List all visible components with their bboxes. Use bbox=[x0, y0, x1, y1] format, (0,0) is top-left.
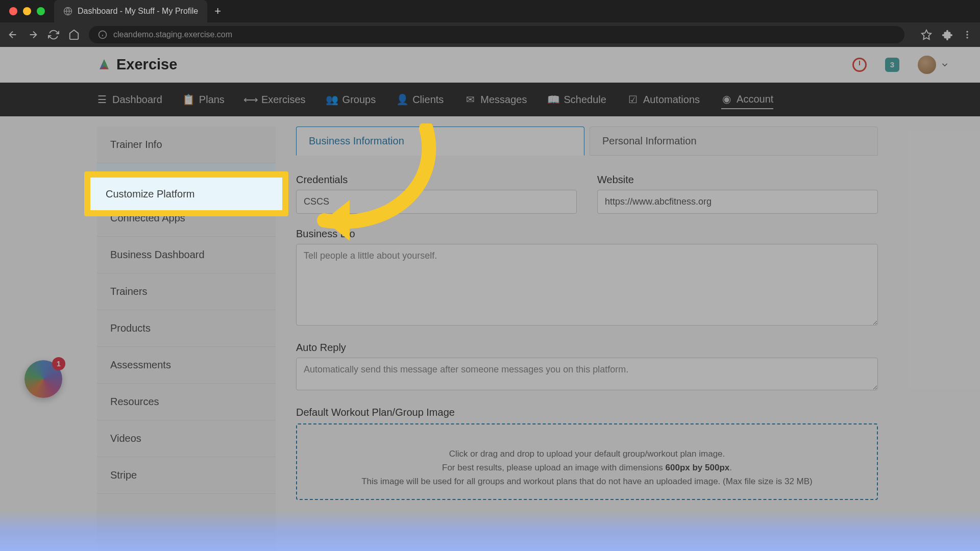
nav-clients[interactable]: 👤Clients bbox=[397, 91, 444, 109]
back-button[interactable] bbox=[7, 29, 18, 40]
home-button[interactable] bbox=[68, 29, 80, 40]
field-credentials: Credentials bbox=[296, 174, 577, 214]
clipboard-icon: 📋 bbox=[184, 94, 194, 105]
sidebar-item-connected-apps[interactable]: Connected Apps bbox=[97, 200, 276, 237]
logo-text: Exercise bbox=[116, 56, 177, 73]
svg-point-4 bbox=[966, 37, 968, 38]
nav-dashboard[interactable]: ☰Dashboard bbox=[97, 91, 162, 109]
logo[interactable]: Exercise bbox=[97, 56, 177, 73]
clock-icon[interactable] bbox=[852, 58, 867, 72]
maximize-window-icon[interactable] bbox=[37, 7, 45, 15]
dropzone-line3: This image will be used for all groups a… bbox=[312, 474, 862, 488]
sidebar-item-products[interactable]: Products bbox=[97, 310, 276, 347]
new-tab-button[interactable]: + bbox=[207, 5, 228, 18]
autoreply-label: Auto Reply bbox=[296, 342, 878, 354]
logo-mark-icon bbox=[97, 58, 111, 72]
forward-button[interactable] bbox=[28, 29, 39, 40]
bottom-gradient bbox=[0, 510, 980, 551]
extensions-icon[interactable] bbox=[941, 29, 952, 40]
dropzone-line2: For best results, please upload an image… bbox=[312, 461, 862, 474]
sliders-icon: ⟷ bbox=[246, 94, 256, 105]
credentials-label: Credentials bbox=[296, 174, 577, 186]
app-header: Exercise 3 bbox=[0, 47, 980, 83]
nav-plans[interactable]: 📋Plans bbox=[184, 91, 225, 109]
sidebar: Trainer Info Customize Platform Connecte… bbox=[97, 127, 276, 551]
address-bar: cleandemo.staging.exercise.com bbox=[0, 22, 980, 47]
autoreply-textarea[interactable] bbox=[296, 358, 878, 390]
svg-point-2 bbox=[966, 31, 968, 33]
check-icon: ☑ bbox=[628, 94, 638, 105]
browser-chrome: Dashboard - My Stuff - My Profile + clea… bbox=[0, 0, 980, 47]
list-icon: ☰ bbox=[97, 94, 107, 105]
sidebar-item-trainers[interactable]: Trainers bbox=[97, 273, 276, 310]
credentials-input[interactable] bbox=[296, 190, 577, 214]
bio-label: Business Bio bbox=[296, 228, 878, 240]
help-widget[interactable]: 1 bbox=[24, 360, 62, 398]
sidebar-item-business-dashboard[interactable]: Business Dashboard bbox=[97, 237, 276, 273]
main-nav: ☰Dashboard 📋Plans ⟷Exercises 👥Groups 👤Cl… bbox=[0, 83, 980, 116]
chevron-down-icon bbox=[940, 60, 949, 69]
website-label: Website bbox=[597, 174, 878, 186]
user-menu[interactable] bbox=[918, 56, 949, 74]
url-box[interactable]: cleandemo.staging.exercise.com bbox=[89, 26, 904, 43]
envelope-icon: ✉ bbox=[465, 94, 475, 105]
help-widget-badge: 1 bbox=[52, 357, 65, 370]
info-tabs: Business Information Personal Informatio… bbox=[296, 127, 878, 156]
bookmark-icon[interactable] bbox=[921, 29, 932, 40]
content: Trainer Info Customize Platform Connecte… bbox=[0, 116, 980, 551]
dropzone-line1: Click or drag and drop to upload your de… bbox=[312, 447, 862, 461]
image-dropzone[interactable]: Click or drag and drop to upload your de… bbox=[296, 423, 878, 500]
nav-schedule[interactable]: 📖Schedule bbox=[548, 91, 606, 109]
website-input[interactable] bbox=[597, 190, 878, 214]
avatar bbox=[918, 56, 936, 74]
nav-groups[interactable]: 👥Groups bbox=[327, 91, 376, 109]
field-autoreply: Auto Reply bbox=[296, 342, 878, 392]
field-default-image: Default Workout Plan/Group Image Click o… bbox=[296, 407, 878, 500]
sidebar-item-resources[interactable]: Resources bbox=[97, 384, 276, 420]
menu-icon[interactable] bbox=[962, 29, 973, 40]
url-text: cleandemo.staging.exercise.com bbox=[113, 30, 232, 39]
person-icon: 👤 bbox=[397, 94, 407, 105]
bio-textarea[interactable] bbox=[296, 244, 878, 325]
svg-point-3 bbox=[966, 34, 968, 35]
reload-button[interactable] bbox=[48, 29, 59, 40]
browser-tab[interactable]: Dashboard - My Stuff - My Profile bbox=[54, 0, 207, 22]
tab-title: Dashboard - My Stuff - My Profile bbox=[78, 7, 198, 16]
form-area: Credentials Website Business Bio Auto Re… bbox=[296, 156, 878, 500]
site-info-icon bbox=[98, 30, 107, 39]
tab-bar: Dashboard - My Stuff - My Profile + bbox=[0, 0, 980, 22]
viewport: Exercise 3 ☰Dashboard 📋Plans ⟷Exercises … bbox=[0, 47, 980, 551]
sidebar-item-customize-platform[interactable]: Customize Platform bbox=[97, 163, 276, 200]
sidebar-item-assessments[interactable]: Assessments bbox=[97, 347, 276, 384]
tab-personal-info[interactable]: Personal Information bbox=[590, 127, 878, 156]
main-pane: Business Information Personal Informatio… bbox=[296, 127, 878, 551]
sidebar-item-stripe[interactable]: Stripe bbox=[97, 457, 276, 494]
sidebar-item-videos[interactable]: Videos bbox=[97, 420, 276, 457]
field-website: Website bbox=[597, 174, 878, 214]
user-circle-icon: ◉ bbox=[721, 94, 731, 104]
sidebar-item-trainer-info[interactable]: Trainer Info bbox=[97, 127, 276, 163]
globe-icon bbox=[63, 7, 72, 16]
tab-business-info[interactable]: Business Information bbox=[296, 127, 584, 156]
default-image-label: Default Workout Plan/Group Image bbox=[296, 407, 878, 418]
book-icon: 📖 bbox=[548, 94, 558, 105]
minimize-window-icon[interactable] bbox=[23, 7, 31, 15]
window-controls[interactable] bbox=[0, 7, 54, 15]
notification-badge[interactable]: 3 bbox=[885, 58, 899, 72]
nav-exercises[interactable]: ⟷Exercises bbox=[246, 91, 306, 109]
close-window-icon[interactable] bbox=[9, 7, 17, 15]
nav-automations[interactable]: ☑Automations bbox=[628, 91, 700, 109]
nav-messages[interactable]: ✉Messages bbox=[465, 91, 527, 109]
nav-account[interactable]: ◉Account bbox=[721, 90, 773, 109]
field-bio: Business Bio bbox=[296, 228, 878, 328]
group-icon: 👥 bbox=[327, 94, 337, 105]
